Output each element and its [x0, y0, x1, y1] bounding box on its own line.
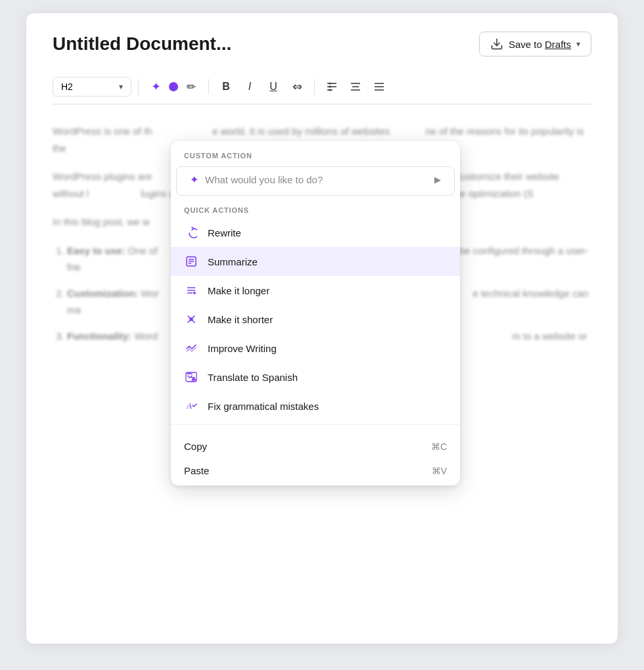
- paste-label: Paste: [184, 465, 209, 476]
- rewrite-label: Rewrite: [208, 227, 241, 238]
- menu-footer: Copy ⌘C Paste ⌘V: [171, 429, 460, 485]
- save-label: Save to Drafts: [509, 39, 571, 50]
- paste-shortcut: ⌘V: [432, 466, 447, 476]
- menu-item-fix-grammar[interactable]: A Fix grammatical mistakes: [171, 391, 460, 420]
- menu-item-summarize[interactable]: Summarize: [171, 247, 460, 276]
- align-center-icon: [350, 81, 361, 93]
- improve-writing-icon: [184, 341, 198, 355]
- align-right-toolbar-button[interactable]: [369, 76, 390, 97]
- summarize-label: Summarize: [208, 256, 258, 267]
- list-toolbar-button[interactable]: [321, 76, 342, 97]
- bold-toolbar-button[interactable]: B: [216, 76, 237, 97]
- color-dot[interactable]: [169, 82, 178, 91]
- align-center-toolbar-button[interactable]: [345, 76, 366, 97]
- menu-item-rewrite[interactable]: Rewrite: [171, 218, 460, 247]
- quick-actions-section-label: QUICK ACTIONS: [171, 200, 460, 218]
- context-menu: CUSTOM ACTION ✦ What would you like to d…: [171, 141, 460, 485]
- menu-item-copy[interactable]: Copy ⌘C: [171, 434, 460, 458]
- save-icon: [490, 37, 503, 51]
- rewrite-icon: [184, 225, 198, 240]
- copy-label: Copy: [184, 441, 207, 452]
- improve-writing-label: Improve Writing: [208, 343, 277, 354]
- fix-grammar-icon: A: [184, 399, 198, 413]
- toolbar-separator-1: [138, 79, 139, 95]
- save-chevron-icon: ▾: [576, 39, 580, 49]
- svg-point-4: [329, 83, 331, 85]
- toolbar: H2 ▾ ✦ ✏ B I U ⇔: [53, 70, 591, 104]
- menu-item-translate-spanish[interactable]: Translate to Spanish: [171, 363, 460, 391]
- svg-point-6: [329, 89, 331, 91]
- save-to-drafts-button[interactable]: Save to Drafts ▾: [479, 32, 591, 56]
- make-longer-icon: [184, 283, 198, 298]
- list-icon: [326, 81, 338, 93]
- copy-shortcut: ⌘C: [431, 441, 447, 452]
- sparkle-toolbar-button[interactable]: ✦: [145, 76, 166, 97]
- make-shorter-icon: [184, 312, 198, 326]
- toolbar-separator-2: [208, 79, 209, 95]
- custom-action-left: ✦ What would you like to do?: [190, 173, 323, 186]
- document-title: Untitled Document...: [53, 34, 231, 55]
- editor-header: Untitled Document... Save to Drafts ▾: [53, 32, 591, 56]
- heading-select-value: H2: [61, 81, 73, 92]
- menu-item-make-shorter[interactable]: Make it shorter: [171, 305, 460, 334]
- custom-action-arrow-icon: ▶: [434, 175, 441, 185]
- translate-spanish-label: Translate to Spanish: [208, 372, 298, 383]
- svg-text:A: A: [186, 401, 192, 411]
- menu-item-improve-writing[interactable]: Improve Writing: [171, 334, 460, 363]
- svg-point-5: [329, 86, 331, 88]
- link-toolbar-button[interactable]: ⇔: [287, 76, 308, 97]
- heading-chevron-icon: ▾: [119, 82, 123, 91]
- align-right-icon: [373, 81, 385, 93]
- toolbar-separator-3: [314, 79, 315, 95]
- translate-icon: [184, 370, 198, 384]
- heading-select[interactable]: H2 ▾: [53, 77, 131, 97]
- summarize-icon: [184, 254, 198, 269]
- italic-toolbar-button[interactable]: I: [239, 76, 260, 97]
- custom-action-input-item[interactable]: ✦ What would you like to do? ▶: [176, 166, 455, 196]
- custom-action-section-label: CUSTOM ACTION: [171, 152, 460, 166]
- editor-container: Untitled Document... Save to Drafts ▾ H2…: [26, 13, 618, 644]
- menu-divider: [171, 424, 460, 425]
- custom-action-sparkle-icon: ✦: [190, 173, 198, 186]
- pencil-toolbar-button[interactable]: ✏: [181, 76, 202, 97]
- custom-action-placeholder: What would you like to do?: [205, 174, 323, 185]
- make-shorter-label: Make it shorter: [208, 314, 273, 325]
- fix-grammar-label: Fix grammatical mistakes: [208, 401, 319, 412]
- underline-toolbar-button[interactable]: U: [263, 76, 284, 97]
- make-longer-label: Make it longer: [208, 285, 269, 296]
- menu-item-make-longer[interactable]: Make it longer: [171, 276, 460, 305]
- context-menu-overlay: CUSTOM ACTION ✦ What would you like to d…: [171, 141, 460, 485]
- menu-item-paste[interactable]: Paste ⌘V: [171, 458, 460, 483]
